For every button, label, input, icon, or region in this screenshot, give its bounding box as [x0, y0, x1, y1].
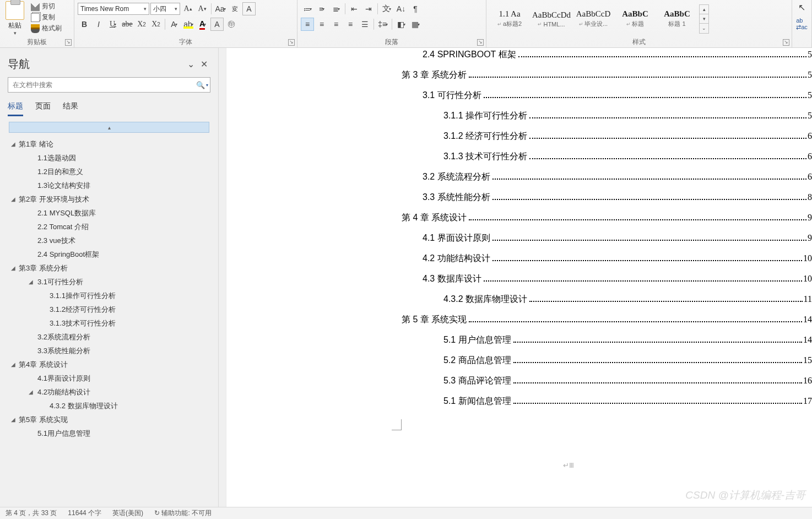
outline-item[interactable]: 3.1.1操作可行性分析	[2, 289, 216, 302]
tab-pages[interactable]: 页面	[35, 101, 51, 116]
outline-item[interactable]: ◢第3章 系统分析	[2, 261, 216, 275]
toc-line[interactable]: 3.1 可行性分析5	[423, 90, 812, 110]
outline-item[interactable]: ◢3.1可行性分析	[2, 275, 216, 289]
grow-font-button[interactable]: A▴	[181, 2, 194, 15]
status-language[interactable]: 英语(美国)	[112, 509, 143, 518]
status-accessibility[interactable]: ↻ 辅助功能: 不可用	[154, 509, 212, 518]
status-page[interactable]: 第 4 页，共 33 页	[6, 509, 57, 518]
font-size-combo[interactable]: 小四▾	[150, 3, 180, 15]
outline-item[interactable]: 3.3系统性能分析	[2, 344, 216, 358]
scroll-button[interactable]: ⌄	[700, 24, 708, 33]
shading-button[interactable]: ◧▾	[394, 18, 408, 31]
outline-item[interactable]: 1.2目的和意义	[2, 165, 216, 179]
toc-line[interactable]: 5.1 用户信息管理14	[443, 334, 812, 355]
strikethrough-button[interactable]: abe	[121, 18, 134, 31]
style-card[interactable]: 1.1 Aa↵a标题2	[489, 3, 530, 34]
outline-item[interactable]: 4.3.2 数据库物理设计	[2, 399, 216, 413]
char-shading-button[interactable]: A	[210, 18, 224, 31]
toc-line[interactable]: 4.2 功能结构设计10	[423, 253, 812, 273]
toc-line[interactable]: 4.3 数据库设计10	[423, 273, 812, 294]
outline-item[interactable]: ◢第5章 系统实现	[2, 413, 216, 426]
toc-line[interactable]: 5.2 商品信息管理15	[443, 355, 812, 375]
outline-item[interactable]: 3.1.2经济可行性分析	[2, 302, 216, 316]
search-input[interactable]	[8, 81, 194, 89]
outline-item[interactable]: 5.1用户信息管理	[2, 426, 216, 440]
select-icon[interactable]: ↖	[798, 2, 805, 13]
outline-item[interactable]: 1.3论文结构安排	[2, 179, 216, 192]
outline-item[interactable]: 3.2系统流程分析	[2, 330, 216, 344]
outline-item[interactable]: ◢第1章 绪论	[2, 137, 216, 151]
style-card[interactable]: AaBbCcD↵毕业设...	[572, 3, 614, 34]
search-icon[interactable]: 🔍▾	[194, 81, 210, 89]
shrink-font-button[interactable]: A▾	[196, 2, 209, 15]
tab-results[interactable]: 结果	[63, 101, 78, 116]
align-left-button[interactable]: ≡	[301, 18, 314, 31]
distributed-button[interactable]: ☰	[358, 18, 371, 31]
style-card[interactable]: AaBbC标题 1	[656, 3, 698, 34]
toc-line[interactable]: 3.2 系统流程分析6	[423, 171, 812, 192]
dialog-launcher-icon[interactable]: ↘	[477, 39, 484, 46]
dialog-launcher-icon[interactable]: ↘	[65, 39, 72, 46]
outline-item[interactable]: 2.3 vue技术	[2, 234, 216, 247]
collapse-bar[interactable]: ▴	[9, 122, 209, 133]
increase-indent-button[interactable]: ⇥	[362, 2, 375, 15]
paste-button[interactable]: 粘贴 ▾	[2, 0, 28, 36]
subscript-button[interactable]: X2	[135, 18, 148, 31]
outline-item[interactable]: 4.1界面设计原则	[2, 371, 216, 385]
scroll-button[interactable]: ▾	[700, 14, 708, 24]
toc-line[interactable]: 3.1.3 技术可行性分析6	[443, 151, 812, 171]
copy-button[interactable]: 复制	[30, 12, 63, 23]
text-effects-button[interactable]: A▾	[167, 18, 181, 31]
close-icon[interactable]: ✕	[197, 59, 210, 69]
status-words[interactable]: 11644 个字	[68, 509, 101, 518]
toc-line[interactable]: 第 4 章 系统设计9	[402, 212, 812, 233]
justify-button[interactable]: ≡	[344, 18, 357, 31]
style-card[interactable]: AaBbC↵标题	[614, 3, 656, 34]
align-center-button[interactable]: ≡	[315, 18, 328, 31]
outline-item[interactable]: 2.1 MYSQL数据库	[2, 206, 216, 220]
outline-item[interactable]: ◢第4章 系统设计	[2, 358, 216, 371]
nav-search[interactable]: 🔍▾	[8, 77, 210, 93]
toc-line[interactable]: 4.3.2 数据库物理设计11	[443, 294, 812, 314]
toc-line[interactable]: 5.1 新闻信息管理17	[443, 396, 812, 416]
show-marks-button[interactable]: ¶	[409, 2, 422, 15]
bullets-button[interactable]: ≔▾	[301, 2, 314, 15]
format-painter-button[interactable]: 格式刷	[30, 23, 63, 34]
chevron-down-icon[interactable]: ⌄	[184, 59, 197, 69]
line-spacing-button[interactable]: ‡≡▾	[376, 18, 389, 31]
change-case-button[interactable]: Aa▾	[214, 2, 227, 15]
numbering-button[interactable]: ≡▾	[315, 2, 328, 15]
outline-item[interactable]: 2.4 SpringBoot框架	[2, 247, 216, 261]
cut-button[interactable]: 剪切	[30, 1, 63, 12]
outline-item[interactable]: 1.1选题动因	[2, 151, 216, 165]
highlight-button[interactable]: ab▾	[182, 18, 195, 31]
scroll-button[interactable]: ▴	[700, 5, 708, 14]
outline-item[interactable]: 3.1.3技术可行性分析	[2, 316, 216, 330]
styles-scroll[interactable]: ▴▾⌄	[699, 4, 709, 34]
bold-button[interactable]: B	[78, 18, 91, 31]
toc-line[interactable]: 2.4 SPRINGBOOT 框架5	[423, 49, 812, 69]
sort-button[interactable]: A↓	[394, 2, 408, 15]
toc-line[interactable]: 3.1.2 经济可行性分析6	[443, 131, 812, 151]
toc-line[interactable]: 3.3 系统性能分析8	[423, 192, 812, 212]
font-color-button[interactable]: A▾	[196, 18, 209, 31]
toc-line[interactable]: 第 5 章 系统实现14	[402, 314, 812, 334]
toc-line[interactable]: 第 3 章 系统分析5	[402, 69, 812, 90]
toc-line[interactable]: 3.1.1 操作可行性分析5	[443, 110, 812, 131]
document-area[interactable]: 2.4 SPRINGBOOT 框架5第 3 章 系统分析53.1 可行性分析53…	[219, 48, 812, 507]
underline-button[interactable]: U▾	[106, 18, 120, 31]
outline-item[interactable]: ◢第2章 开发环境与技术	[2, 192, 216, 206]
tab-headings[interactable]: 标题	[8, 101, 23, 116]
dialog-launcher-icon[interactable]: ↘	[783, 39, 789, 46]
toc-line[interactable]: 5.3 商品评论管理16	[443, 375, 812, 396]
phonetic-guide-button[interactable]: 変	[228, 2, 241, 15]
outline-item[interactable]: ◢4.2功能结构设计	[2, 385, 216, 399]
dialog-launcher-icon[interactable]: ↘	[288, 39, 295, 46]
style-card[interactable]: AaBbCcDd↵HTML...	[530, 3, 572, 34]
borders-button[interactable]: ▦▾	[409, 18, 422, 31]
font-name-combo[interactable]: Times New Rom▾	[78, 3, 149, 15]
text-direction-button[interactable]: 文▾	[380, 2, 393, 15]
align-right-button[interactable]: ≡	[329, 18, 343, 31]
superscript-button[interactable]: X2	[149, 18, 163, 31]
multilevel-list-button[interactable]: ≣▾	[329, 2, 343, 15]
